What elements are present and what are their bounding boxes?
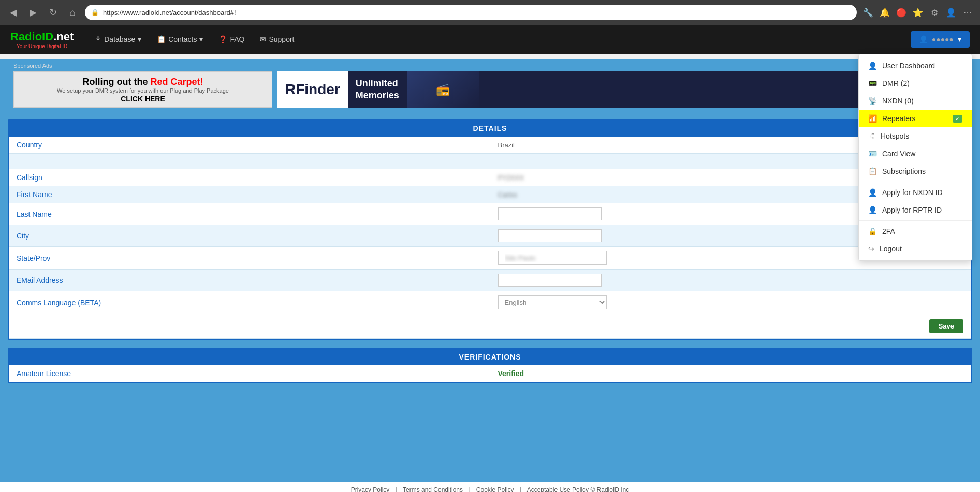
dropdown-user-dashboard-label: User Dashboard [882,62,935,70]
browser-chrome: ◀ ▶ ↻ ⌂ 🔒 https://www.radioId.net/accoun… [0,0,980,25]
table-row: State/Prov São Paulo [9,247,971,270]
hotspots-icon: 🖨 [868,132,875,140]
rfinder-logo: RFinder [277,71,348,108]
nav-database[interactable]: 🗄 Database ▾ [94,35,141,43]
main-content: Sponsored Ads Rolling out the Red Carpet… [0,59,980,482]
empty-label [9,154,490,169]
table-row: First Name Carlos [9,186,971,203]
firstname-blurred: Carlos [498,191,518,199]
nav-contacts[interactable]: 📋 Contacts ▾ [157,35,203,43]
language-select[interactable]: English Spanish Portuguese French German [498,295,607,309]
nav-faq[interactable]: ❓ FAQ [218,35,244,43]
verifications-section: VERIFICATIONS Amateur License Verified [8,348,972,383]
sponsored-ads-section: Sponsored Ads Rolling out the Red Carpet… [8,59,972,111]
dropdown-dmr-label: DMR (2) [882,79,910,87]
notification-icon[interactable]: 🔴 [895,6,908,19]
nav-items: 🗄 Database ▾ 📋 Contacts ▾ ❓ FAQ ✉ Suppor… [94,35,910,43]
table-row: EMail Address [9,270,971,291]
divider-1 [859,182,972,182]
repeaters-icon: 📶 [868,114,877,123]
refresh-button[interactable]: ↻ [46,5,60,20]
separator-2: | [469,486,470,492]
logo-subtitle: Your Unique Digital ID [10,43,74,49]
dropdown-subscriptions-label: Subscriptions [882,167,926,175]
dmr-icon: 📟 [868,79,877,87]
nav-faq-label: FAQ [230,35,244,43]
profile-icon[interactable]: 🔔 [879,6,891,19]
nav-contacts-label: Contacts [168,35,197,43]
url-text: https://www.radioId.net/account/dashboar… [103,9,236,17]
separator-1: | [396,486,397,492]
sponsored-ads-label: Sponsored Ads [13,63,967,69]
browser-toolbar: 🔧 🔔 🔴 ⭐ ⚙ 👤 ⋯ [862,6,974,19]
verified-badge: Verified [498,369,524,378]
table-row: Country Brazil [9,137,971,154]
extensions-icon[interactable]: 🔧 [862,6,874,19]
back-button[interactable]: ◀ [6,5,21,20]
dropdown-subscriptions[interactable]: 📋 Subscriptions [859,162,972,180]
account-icon[interactable]: 👤 [945,6,957,19]
subscriptions-icon: 📋 [868,167,877,175]
logo-dotnet: .net [53,30,74,43]
save-row: Save [9,314,971,339]
settings-icon[interactable]: ⚙ [928,6,941,19]
cookie-policy-link[interactable]: Cookie Policy [476,486,514,492]
dropdown-apply-nxdn[interactable]: 👤 Apply for NXDN ID [859,184,972,201]
dropdown-repeaters-label: Repeaters [882,114,916,123]
forward-button[interactable]: ▶ [26,5,40,20]
dropdown-dmr[interactable]: 📟 DMR (2) [859,74,972,92]
menu-icon[interactable]: ⋯ [961,6,974,19]
privacy-policy-link[interactable]: Privacy Policy [351,486,390,492]
lock-icon: 🔒 [91,9,99,16]
user-menu-button[interactable]: 👤 ●●●●● ▾ [911,31,970,48]
ad-banner-1[interactable]: Rolling out the Red Carpet! We setup you… [13,71,272,108]
logo[interactable]: RadioID.net Your Unique Digital ID [10,30,74,49]
save-button[interactable]: Save [929,319,963,333]
dropdown-user-dashboard[interactable]: 👤 User Dashboard [859,57,972,74]
ads-container: Rolling out the Red Carpet! We setup you… [13,71,967,108]
home-button[interactable]: ⌂ [65,5,80,20]
acceptable-use-link[interactable]: Acceptable Use Policy [527,486,589,492]
logo-radio: RadioID [10,30,53,43]
lastname-label: Last Name [9,203,490,225]
repeaters-badge: ✓ [953,115,962,123]
username-label: ●●●●● [932,35,954,43]
dropdown-2fa[interactable]: 🔒 2FA [859,222,972,240]
dropdown-card-view-label: Card View [882,150,915,158]
terms-link[interactable]: Terms and Conditions [403,486,463,492]
nav-database-label: Database [104,35,135,43]
dropdown-apply-rptr[interactable]: 👤 Apply for RPTR ID [859,201,972,219]
dropdown-logout[interactable]: ↪ Logout [859,240,972,258]
table-row: Callsign PY2XXX [9,169,971,186]
amateur-license-value: Verified [490,365,972,382]
details-header: DETAILS [9,120,971,137]
table-row: Comms Language (BETA) English Spanish Po… [9,291,971,314]
dropdown-logout-label: Logout [880,245,902,253]
country-label: Country [9,137,490,154]
amateur-license-label: Amateur License [9,365,490,382]
city-label: City [9,225,490,247]
address-bar[interactable]: 🔒 https://www.radioId.net/account/dashbo… [85,5,857,20]
city-input[interactable] [498,229,602,242]
nav-support[interactable]: ✉ Support [260,35,294,43]
logout-icon: ↪ [868,245,874,253]
lastname-input[interactable] [498,207,602,220]
email-value [490,270,972,291]
bookmark-icon[interactable]: ⭐ [912,6,924,19]
footer: Privacy Policy | Terms and Conditions | … [0,482,980,492]
dropdown-2fa-label: 2FA [882,227,895,235]
table-row [9,154,971,169]
dropdown-card-view[interactable]: 🪪 Card View [859,145,972,162]
details-section: DETAILS Country Brazil Callsign PY2XXX F… [8,119,972,340]
nav-support-label: Support [269,35,294,43]
email-input[interactable] [498,274,602,287]
ad1-red: Red Carpet! [150,77,203,87]
dropdown-repeaters[interactable]: 📶 Repeaters ✓ [859,110,972,127]
stateprov-select[interactable]: São Paulo [498,251,607,265]
dropdown-hotspots[interactable]: 🖨 Hotspots [859,127,972,145]
logo-text: RadioID.net [10,30,74,43]
table-row: Amateur License Verified [9,365,971,382]
dropdown-nxdn[interactable]: 📡 NXDN (0) [859,92,972,110]
support-icon: ✉ [260,35,266,43]
top-nav: RadioID.net Your Unique Digital ID 🗄 Dat… [0,25,980,54]
